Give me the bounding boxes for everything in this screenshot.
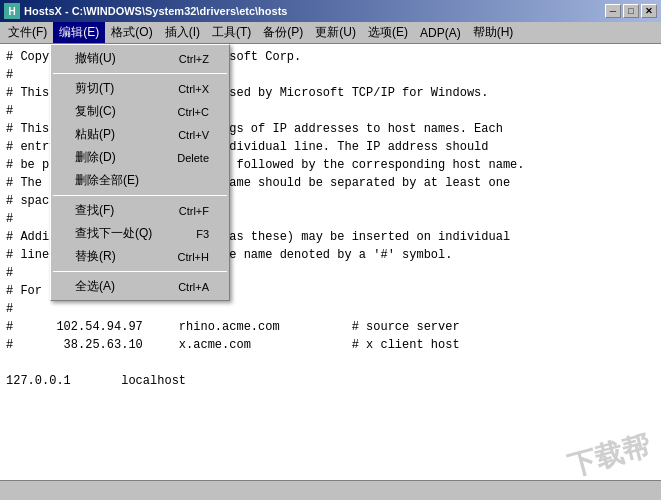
menu-file[interactable]: 文件(F) (2, 22, 53, 43)
menu-format[interactable]: 格式(O) (105, 22, 158, 43)
menu-item-label: 粘贴(P) (75, 126, 115, 143)
menu-item-paste[interactable]: 粘贴(P)Ctrl+V (51, 123, 229, 146)
menu-item-find[interactable]: 查找(F)Ctrl+F (51, 199, 229, 222)
menu-item-label: 剪切(T) (75, 80, 114, 97)
menu-separator (53, 271, 227, 272)
menu-update[interactable]: 更新(U) (309, 22, 362, 43)
menu-item-label: 撤销(U) (75, 50, 116, 67)
minimize-button[interactable]: ─ (605, 4, 621, 18)
editor-line: 127.0.0.1 localhost (6, 372, 655, 390)
title-bar: H HostsX - C:\WINDOWS\System32\drivers\e… (0, 0, 661, 22)
edit-dropdown-menu: 撤销(U)Ctrl+Z剪切(T)Ctrl+X复制(C)Ctrl+C粘贴(P)Ct… (50, 44, 230, 301)
menu-item-delete[interactable]: 删除(D)Delete (51, 146, 229, 169)
close-button[interactable]: ✕ (641, 4, 657, 18)
menu-item-label: 删除(D) (75, 149, 116, 166)
window-controls: ─ □ ✕ (605, 4, 657, 18)
editor-line (6, 354, 655, 372)
menu-item-findNext[interactable]: 查找下一处(Q)F3 (51, 222, 229, 245)
menu-item-copy[interactable]: 复制(C)Ctrl+C (51, 100, 229, 123)
status-bar (0, 480, 661, 500)
editor-line: # (6, 300, 655, 318)
menu-backup[interactable]: 备份(P) (257, 22, 309, 43)
menu-adp[interactable]: ADP(A) (414, 24, 467, 42)
maximize-button[interactable]: □ (623, 4, 639, 18)
menu-item-shortcut: Ctrl+V (178, 129, 209, 141)
menu-help[interactable]: 帮助(H) (467, 22, 520, 43)
menu-item-label: 查找下一处(Q) (75, 225, 152, 242)
menu-edit[interactable]: 编辑(E) (53, 22, 105, 43)
menu-insert[interactable]: 插入(I) (159, 22, 206, 43)
menu-item-shortcut: F3 (196, 228, 209, 240)
menu-item-shortcut: Delete (177, 152, 209, 164)
menu-bar: 文件(F) 编辑(E) 格式(O) 插入(I) 工具(T) 备份(P) 更新(U… (0, 22, 661, 44)
menu-item-label: 删除全部(E) (75, 172, 139, 189)
menu-item-label: 查找(F) (75, 202, 114, 219)
menu-tools[interactable]: 工具(T) (206, 22, 257, 43)
menu-item-shortcut: Ctrl+X (178, 83, 209, 95)
menu-item-cut[interactable]: 剪切(T)Ctrl+X (51, 77, 229, 100)
menu-item-label: 全选(A) (75, 278, 115, 295)
menu-item-undo[interactable]: 撤销(U)Ctrl+Z (51, 47, 229, 70)
menu-separator (53, 195, 227, 196)
editor-line: # 102.54.94.97 rhino.acme.com # source s… (6, 318, 655, 336)
editor-line: # 38.25.63.10 x.acme.com # x client host (6, 336, 655, 354)
menu-item-label: 替换(R) (75, 248, 116, 265)
menu-options[interactable]: 选项(E) (362, 22, 414, 43)
menu-separator (53, 73, 227, 74)
menu-item-shortcut: Ctrl+H (178, 251, 209, 263)
menu-item-shortcut: Ctrl+F (179, 205, 209, 217)
menu-item-selectAll[interactable]: 全选(A)Ctrl+A (51, 275, 229, 298)
menu-item-shortcut: Ctrl+C (178, 106, 209, 118)
menu-item-shortcut: Ctrl+A (178, 281, 209, 293)
menu-item-deleteAll[interactable]: 删除全部(E) (51, 169, 229, 192)
menu-item-label: 复制(C) (75, 103, 116, 120)
menu-item-replace[interactable]: 替换(R)Ctrl+H (51, 245, 229, 268)
window-title: HostsX - C:\WINDOWS\System32\drivers\etc… (24, 5, 287, 17)
app-icon: H (4, 3, 20, 19)
menu-item-shortcut: Ctrl+Z (179, 53, 209, 65)
